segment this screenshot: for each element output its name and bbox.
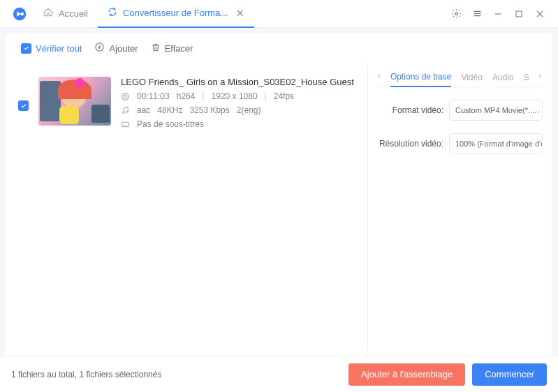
- acodec: aac: [137, 105, 150, 115]
- video-format-value: Custom MP4 Movie(*....: [455, 106, 536, 114]
- trash-icon: [151, 43, 161, 54]
- close-icon[interactable]: [534, 8, 545, 20]
- titlebar: Accueil Convertisseur de Forma... ✕: [0, 0, 558, 28]
- audio-lang: 2(eng): [237, 105, 261, 115]
- tab-basic[interactable]: Options de base: [390, 72, 451, 87]
- checkbox-icon: [21, 43, 31, 54]
- tab-audio[interactable]: Audio: [492, 73, 514, 86]
- app-logo: [11, 6, 28, 22]
- subtitle-meta: Pas de sous-titres: [121, 119, 355, 129]
- fps: 24fps: [274, 91, 294, 101]
- video-icon: [121, 92, 130, 101]
- settings-icon[interactable]: [450, 8, 462, 20]
- file-list: LEGO Friends_ Girls on a Mission_S03E02_…: [6, 63, 368, 378]
- audio-icon: [121, 106, 130, 115]
- content: LEGO Friends_ Girls on a Mission_S03E02_…: [6, 63, 552, 378]
- verify-all-label: Vérifier tout: [36, 43, 82, 54]
- tabs-prev-icon[interactable]: ‹: [378, 71, 381, 81]
- file-item[interactable]: LEGO Friends_ Girls on a Mission_S03E02_…: [18, 73, 355, 133]
- video-format-label: Format vidéo:: [378, 105, 443, 115]
- chevron-down-icon: ⌵: [536, 107, 541, 114]
- svg-point-16: [126, 111, 128, 112]
- bitrate: 3253 Kbps: [189, 105, 229, 115]
- maximize-icon[interactable]: [513, 8, 524, 20]
- refresh-icon: [108, 7, 117, 19]
- subtitle-icon: [121, 120, 130, 129]
- file-checkbox[interactable]: [18, 100, 29, 111]
- video-res-row: Résolution vidéo: 100% (Format d'image d…: [378, 133, 543, 154]
- sample-rate: 48KHz: [157, 105, 182, 115]
- svg-point-14: [122, 93, 129, 100]
- add-button[interactable]: Ajouter: [94, 42, 138, 54]
- svg-point-13: [124, 95, 126, 98]
- menu-icon[interactable]: [471, 8, 483, 20]
- plus-icon: [94, 42, 105, 54]
- tab-close-icon[interactable]: ✕: [236, 8, 244, 19]
- clear-button[interactable]: Effacer: [151, 43, 193, 54]
- tabs-next-icon[interactable]: ›: [539, 71, 542, 81]
- duration: 00:11:03: [137, 91, 170, 101]
- resolution: 1920 x 1080: [212, 91, 258, 101]
- video-res-value: 100% (Format d'image d'orig: [455, 140, 543, 148]
- add-assembly-button[interactable]: Ajouter à l'assemblage: [348, 363, 465, 386]
- options-panel: ‹ Options de base Vidéo Audio S › Format…: [368, 63, 552, 378]
- footer: 1 fichiers au total, 1 fichiers sélectio…: [0, 356, 558, 392]
- start-button[interactable]: Commencer: [472, 363, 547, 386]
- add-label: Ajouter: [109, 43, 138, 54]
- minimize-icon[interactable]: [492, 8, 504, 20]
- video-format-select[interactable]: Custom MP4 Movie(*.... ⌵: [449, 100, 543, 121]
- file-title: LEGO Friends_ Girls on a Mission_S03E02_…: [121, 77, 355, 87]
- video-meta: 00:11:03 h264 | 1920 x 1080 | 24fps: [121, 91, 355, 101]
- tab-converter-label: Convertisseur de Forma...: [123, 8, 228, 18]
- video-res-select[interactable]: 100% (Format d'image d'orig: [449, 133, 543, 154]
- tab-video[interactable]: Vidéo: [461, 73, 482, 86]
- video-res-label: Résolution vidéo:: [378, 139, 443, 149]
- file-checkbox-wrap: [18, 77, 29, 129]
- toolbar: Vérifier tout Ajouter Effacer: [6, 33, 552, 63]
- home-icon: [43, 8, 53, 20]
- svg-rect-17: [122, 122, 129, 127]
- subtitle-text: Pas de sous-titres: [137, 119, 204, 129]
- tab-home[interactable]: Accueil: [34, 0, 98, 28]
- svg-rect-7: [516, 11, 522, 17]
- audio-meta: aac 48KHz 3253 Kbps 2(eng): [121, 105, 355, 115]
- status-text: 1 fichiers au total, 1 fichiers sélectio…: [11, 370, 342, 379]
- window-controls: [450, 8, 552, 20]
- thumbnail: [38, 77, 111, 126]
- clear-label: Effacer: [165, 43, 193, 54]
- verify-all[interactable]: Vérifier tout: [21, 43, 82, 54]
- vcodec: h264: [177, 91, 196, 101]
- svg-point-1: [20, 12, 24, 15]
- tab-sub[interactable]: S: [524, 73, 529, 86]
- svg-point-15: [123, 112, 124, 113]
- options-tabs: ‹ Options de base Vidéo Audio S ›: [378, 71, 543, 87]
- file-info: LEGO Friends_ Girls on a Mission_S03E02_…: [121, 77, 355, 129]
- svg-point-2: [455, 13, 457, 15]
- tab-converter[interactable]: Convertisseur de Forma... ✕: [98, 0, 254, 28]
- tab-home-label: Accueil: [59, 8, 88, 19]
- video-format-row: Format vidéo: Custom MP4 Movie(*.... ⌵: [378, 100, 543, 121]
